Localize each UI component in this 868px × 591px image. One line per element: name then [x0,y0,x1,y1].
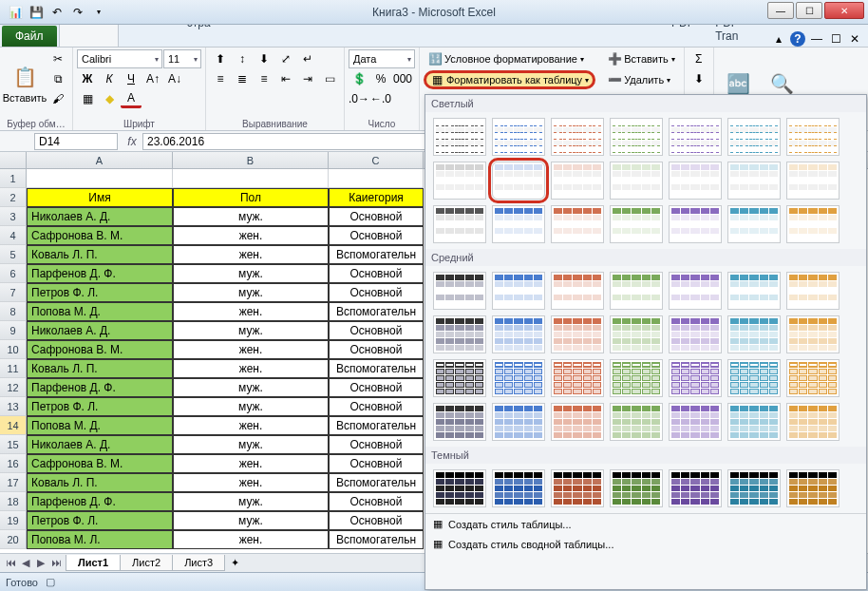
table-style-thumb[interactable] [786,469,840,507]
cell[interactable]: Основной [329,397,424,416]
table-style-thumb[interactable] [669,469,722,507]
table-style-thumb[interactable] [610,469,663,507]
orientation-icon[interactable]: ⤢ [275,49,296,68]
column-header-b[interactable]: B [173,152,329,168]
row-header[interactable]: 20 [0,530,27,549]
sheet-last-icon[interactable]: ⏭ [49,557,63,569]
cell[interactable]: Попова М. Д. [27,302,173,321]
row-header[interactable]: 15 [0,435,27,454]
table-style-thumb[interactable] [610,205,663,243]
fill-icon[interactable]: ⬇ [689,69,709,88]
table-style-thumb[interactable] [433,315,486,353]
row-header[interactable]: 19 [0,511,27,530]
cell[interactable]: муж. [173,207,329,226]
cell[interactable]: муж. [173,283,329,302]
new-pivot-style-button[interactable]: ▦ Создать стиль сводной таблицы... [425,534,866,554]
row-header[interactable]: 3 [0,207,27,226]
table-style-thumb[interactable] [551,469,604,507]
table-style-thumb[interactable] [727,205,781,243]
cell[interactable]: Парфенов Д. Ф. [27,264,173,283]
sheet-tab[interactable]: Лист1 [66,555,121,571]
cell[interactable]: Основной [329,207,424,226]
table-style-thumb[interactable] [727,118,781,156]
minimize-ribbon-icon[interactable]: ▴ [771,31,786,47]
cell[interactable]: муж. [173,511,329,530]
cell[interactable]: Попова М. Л. [27,530,173,549]
cell[interactable]: Основной [329,226,424,245]
row-header[interactable]: 2 [0,188,27,207]
row-header[interactable]: 10 [0,340,27,359]
cell[interactable]: Коваль Л. П. [27,245,173,264]
table-style-thumb[interactable] [492,359,545,397]
format-as-table-button[interactable]: ▦ Форматировать как таблицу ▾ [424,70,595,89]
table-style-thumb[interactable] [727,469,781,507]
table-style-thumb[interactable] [669,403,722,441]
cell[interactable]: Имя [27,188,173,207]
row-header[interactable]: 14 [0,416,27,435]
align-center-icon[interactable]: ≣ [232,69,253,88]
table-style-thumb[interactable] [610,162,663,200]
select-all-corner[interactable] [0,152,27,168]
copy-icon[interactable]: ⧉ [47,69,68,88]
sheet-first-icon[interactable]: ⏮ [4,557,17,569]
table-style-thumb[interactable] [727,272,781,310]
cell[interactable] [173,169,329,188]
cell[interactable]: муж. [173,435,329,454]
table-style-thumb[interactable] [610,403,663,441]
cell[interactable]: жен. [173,530,329,549]
cell[interactable]: Николаев А. Д. [27,207,173,226]
cell[interactable]: Вспомогательн [329,302,424,321]
table-style-thumb[interactable] [610,272,663,310]
increase-font-icon[interactable]: A↑ [142,69,163,88]
cell[interactable]: Парфенов Д. Ф. [27,378,173,397]
decrease-decimal-icon[interactable]: ←.0 [370,89,391,108]
undo-icon[interactable]: ↶ [47,3,66,22]
comma-icon[interactable]: 000 [392,69,413,88]
bold-button[interactable]: Ж [77,69,98,88]
cell[interactable]: Николаев А. Д. [27,321,173,340]
align-middle-icon[interactable]: ↕ [232,49,253,68]
align-bottom-icon[interactable]: ⬇ [254,49,274,68]
cell[interactable]: Основной [329,378,424,397]
percent-icon[interactable]: % [370,69,391,88]
table-style-thumb[interactable] [492,403,545,441]
table-style-thumb[interactable] [433,162,486,200]
wrap-text-icon[interactable]: ↵ [297,49,318,68]
italic-button[interactable]: К [99,69,120,88]
cell[interactable]: Вспомогательн [329,416,424,435]
merge-cells-icon[interactable]: ▭ [319,69,340,88]
cell[interactable]: Сафронова В. М. [27,340,173,359]
cell[interactable]: Вспомогательн [329,359,424,378]
new-sheet-icon[interactable]: ✦ [225,557,245,569]
cell[interactable]: муж. [173,264,329,283]
align-left-icon[interactable]: ≡ [210,69,231,88]
macro-record-icon[interactable]: ▢ [46,576,55,588]
paste-button[interactable]: 📋 Вставить [4,49,46,118]
table-style-thumb[interactable] [610,118,663,156]
table-style-thumb[interactable] [433,205,486,243]
cell[interactable]: жен. [173,340,329,359]
cell[interactable]: Сафронова В. М. [27,226,173,245]
cell[interactable]: Основной [329,283,424,302]
decrease-indent-icon[interactable]: ⇤ [275,69,296,88]
table-style-thumb[interactable] [727,359,781,397]
table-style-thumb[interactable] [492,315,545,353]
doc-minimize-icon[interactable]: — [809,31,824,47]
table-style-thumb[interactable] [727,315,781,353]
table-style-thumb[interactable] [669,315,722,353]
table-style-thumb[interactable] [433,359,486,397]
table-style-thumb[interactable] [492,469,545,507]
file-tab[interactable]: Файл [2,26,57,47]
table-style-thumb[interactable] [727,162,781,200]
cell[interactable]: жен. [173,473,329,492]
table-style-thumb[interactable] [669,118,722,156]
row-header[interactable]: 7 [0,283,27,302]
cell[interactable]: Основной [329,321,424,340]
cell[interactable] [27,169,173,188]
cell[interactable]: Основной [329,435,424,454]
format-painter-icon[interactable]: 🖌 [47,89,68,108]
cell[interactable]: муж. [173,378,329,397]
minimize-button[interactable]: — [767,2,794,19]
qat-dropdown-icon[interactable]: ▾ [89,3,108,22]
table-style-thumb[interactable] [492,272,545,310]
